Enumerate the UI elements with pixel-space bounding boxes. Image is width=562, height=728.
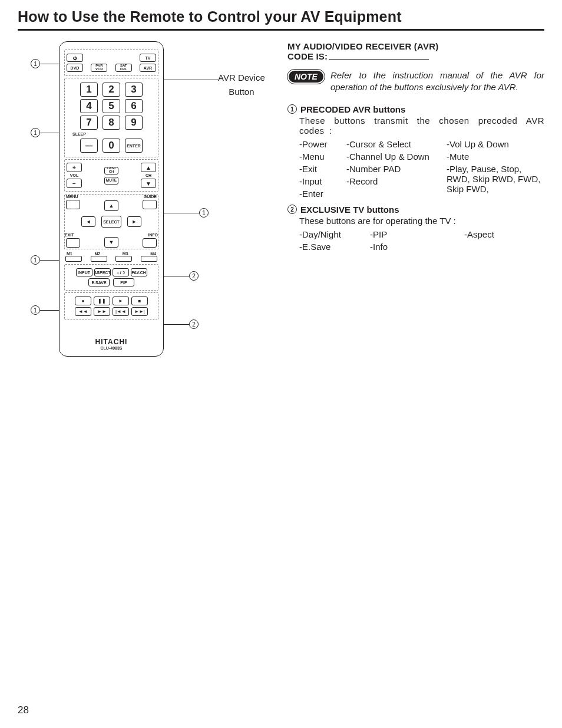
section-2-table: -Day/Night -PIP -Aspect -E.Save -Info xyxy=(299,229,544,252)
pip-button: PIP xyxy=(113,278,134,286)
ch-up-button: ▲ xyxy=(141,163,156,172)
brand-label: HITACHI xyxy=(64,338,158,346)
table-cell: -Enter xyxy=(299,189,346,199)
table-cell: -Input xyxy=(299,176,346,186)
callout-1-icon: 1 xyxy=(31,59,40,68)
callout-1-icon: 1 xyxy=(31,128,40,137)
num-3-button: 3 xyxy=(125,83,143,97)
table-cell: -Number PAD xyxy=(346,164,447,174)
table-cell: -Day/Night xyxy=(299,229,370,239)
menu-button xyxy=(66,200,80,209)
page-title: How to Use the Remote to Control your AV… xyxy=(18,8,544,31)
section-1-number-icon: 1 xyxy=(287,104,297,114)
pause-button: ❚❚ xyxy=(94,297,110,305)
nav-down-button: ▼ xyxy=(104,237,118,248)
section-1-heading: 1 PRECODED AVR buttons xyxy=(287,104,544,114)
aspect-button: ASPECT xyxy=(94,268,111,276)
input-button: INPUT xyxy=(76,268,92,276)
table-cell: -Record xyxy=(346,176,447,186)
section-2-sub: These buttons are for operating the TV : xyxy=(299,216,544,226)
code-blank-line xyxy=(329,59,429,60)
num-9-button: 9 xyxy=(125,116,143,130)
sat-cbl-button: SATCBL xyxy=(115,64,132,72)
avr-button: AVR xyxy=(140,64,156,72)
dash-button: — xyxy=(80,139,98,153)
note-badge: NOTE xyxy=(287,70,325,84)
table-cell: -PIP xyxy=(370,229,464,239)
skip-fwd-button: ►►| xyxy=(131,307,148,316)
favch-button: FAV.CH xyxy=(131,268,147,276)
table-cell: -Info xyxy=(370,242,464,252)
table-cell: -Channel Up & Down xyxy=(346,151,447,162)
num-1-button: 1 xyxy=(80,83,98,97)
mute-button: MUTE xyxy=(104,177,118,185)
exit-button xyxy=(66,238,80,248)
stop-button: ■ xyxy=(131,297,148,305)
table-cell: -Play, Pause, Stop, RWD, Skip RWD, FWD, … xyxy=(447,164,544,199)
guide-label: GUIDE xyxy=(144,195,157,199)
page-number: 28 xyxy=(18,704,29,716)
table-cell: -Cursor & Select xyxy=(346,139,447,149)
enter-button: ENTER xyxy=(125,139,143,153)
esave-button: E.SAVE xyxy=(88,278,110,286)
m2-button xyxy=(91,256,107,262)
num-8-button: 8 xyxy=(103,116,120,130)
record-button: ● xyxy=(75,297,91,305)
tv-button: TV xyxy=(140,54,156,62)
m4-button xyxy=(141,256,157,262)
note-text: Refer to the instruction manual of the A… xyxy=(330,70,544,94)
avr-code-heading: MY AUDIO/VIDEO RECEIVER (AVR) CODE IS: xyxy=(287,41,544,61)
sleep-label: SLEEP xyxy=(72,132,156,136)
model-label: CLU-4983S xyxy=(64,346,158,350)
table-cell: -Aspect xyxy=(464,229,544,239)
guide-button xyxy=(143,200,157,209)
m4-label: M4 xyxy=(150,252,156,256)
text-column: MY AUDIO/VIDEO RECEIVER (AVR) CODE IS: N… xyxy=(287,41,544,357)
play-button: ► xyxy=(113,297,129,305)
ch-down-button: ▼ xyxy=(141,179,156,188)
table-cell: -Exit xyxy=(299,164,346,174)
nav-up-button: ▲ xyxy=(104,200,118,211)
menu-label: MENU xyxy=(66,195,78,199)
table-cell: -Mute xyxy=(447,151,544,162)
ch-label: CH xyxy=(146,173,151,177)
table-cell: -Vol Up & Down xyxy=(447,139,544,149)
callout-1-icon: 1 xyxy=(31,305,40,315)
nav-right-button: ► xyxy=(127,216,141,227)
exit-label: EXIT xyxy=(65,233,74,237)
info-button xyxy=(143,238,157,248)
vol-down-button: − xyxy=(67,179,82,188)
table-cell: -Menu xyxy=(299,151,346,162)
section-2-number-icon: 2 xyxy=(287,205,297,214)
m1-label: M1 xyxy=(67,252,72,256)
table-cell: -Power xyxy=(299,139,346,149)
vol-label: VOL xyxy=(70,173,78,177)
pvr-vcr-button: PVRVCR xyxy=(91,64,107,72)
fwd-button: ►► xyxy=(94,307,110,316)
rwd-button: ◄◄ xyxy=(75,307,91,316)
callout-1-icon: 1 xyxy=(31,255,40,265)
dvd-button: DVD xyxy=(67,64,83,72)
m1-button xyxy=(65,256,82,262)
table-cell: -E.Save xyxy=(299,242,370,252)
section-2-heading: 2 EXCLUSIVE TV buttons xyxy=(287,205,544,215)
remote-diagram: ⏻ TV DVD PVRVCR SATCBL AVR 1 2 3 xyxy=(59,41,164,357)
num-5-button: 5 xyxy=(103,99,120,113)
info-label: INFO xyxy=(148,233,158,237)
diagram-column: 1 1 1 1 1 2 2 AVR Device xyxy=(18,41,277,357)
vol-up-button: + xyxy=(67,163,82,172)
m2-label: M2 xyxy=(94,252,100,256)
select-button: SELECT xyxy=(101,216,121,228)
nav-left-button: ◄ xyxy=(81,216,95,227)
section-1-table: -Power -Cursor & Select -Vol Up & Down -… xyxy=(299,139,544,199)
num-2-button: 2 xyxy=(103,83,120,97)
num-7-button: 7 xyxy=(80,116,98,130)
lastch-button: LASTCH xyxy=(104,167,118,174)
section-1-sub: These buttons transmit the chosen precod… xyxy=(299,116,544,136)
daynight-button: ☼/☽ xyxy=(113,268,129,276)
num-6-button: 6 xyxy=(125,99,143,113)
note-block: NOTE Refer to the instruction manual of … xyxy=(287,70,544,94)
skip-rwd-button: |◄◄ xyxy=(113,307,129,316)
m3-button xyxy=(115,256,132,262)
power-button: ⏻ xyxy=(67,54,83,62)
